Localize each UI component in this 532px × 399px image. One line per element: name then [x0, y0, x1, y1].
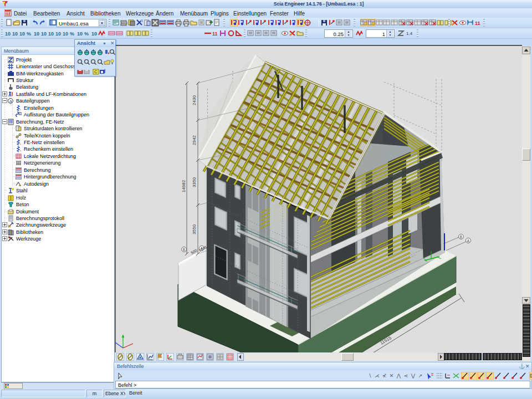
svg-text:2942: 2942 [192, 135, 197, 145]
svg-text:3350: 3350 [192, 177, 197, 187]
svg-text:10: 10 [91, 31, 97, 37]
svg-text:10: 10 [77, 31, 83, 37]
svg-text:10: 10 [19, 31, 25, 37]
svg-text:2430: 2430 [192, 95, 197, 105]
svg-text:A: A [467, 239, 470, 243]
svg-text:3550: 3550 [192, 224, 197, 234]
svg-text:10: 10 [5, 31, 11, 37]
svg-text:10: 10 [55, 31, 61, 37]
svg-text:10: 10 [41, 31, 47, 37]
svg-text:%: % [27, 31, 31, 37]
svg-text:10: 10 [63, 31, 68, 37]
svg-text:11: 11 [212, 31, 218, 37]
svg-text:11: 11 [475, 21, 480, 26]
svg-text:10: 10 [48, 31, 54, 37]
svg-text:%: % [84, 31, 89, 37]
svg-text:%: % [70, 31, 74, 37]
svg-text:10: 10 [34, 31, 39, 37]
svg-text:B: B [183, 248, 185, 252]
svg-text:B: B [460, 235, 462, 239]
svg-text:10: 10 [12, 31, 18, 37]
svg-text:14982: 14982 [181, 180, 186, 192]
svg-text:C: C [94, 69, 98, 74]
svg-text:1.4: 1.4 [406, 31, 413, 36]
